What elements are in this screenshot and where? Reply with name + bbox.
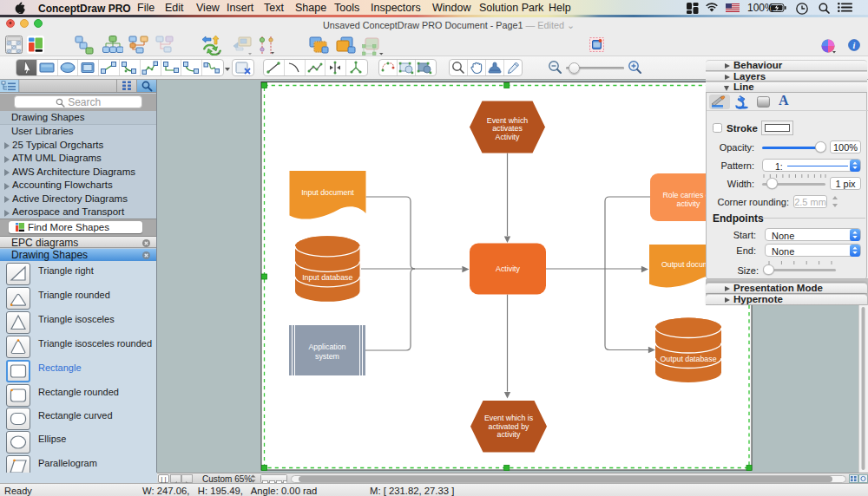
- svg-text:Output database: Output database: [660, 355, 716, 363]
- svg-text:activates: activates: [492, 124, 523, 133]
- svg-text:Activity: Activity: [496, 133, 520, 141]
- svg-text:activity: activity: [677, 199, 700, 208]
- svg-text:Input document: Input document: [301, 188, 354, 197]
- svg-text:Application: Application: [308, 343, 345, 351]
- svg-text:Input database: Input database: [302, 273, 352, 282]
- svg-text:i: i: [853, 41, 856, 50]
- svg-text:system: system: [315, 352, 339, 361]
- svg-text:Activity: Activity: [496, 264, 520, 273]
- svg-text:Event which is: Event which is: [484, 414, 534, 422]
- svg-text:activity: activity: [497, 430, 521, 439]
- svg-text:activated by: activated by: [489, 422, 530, 431]
- svg-text:Event which: Event which: [487, 116, 529, 125]
